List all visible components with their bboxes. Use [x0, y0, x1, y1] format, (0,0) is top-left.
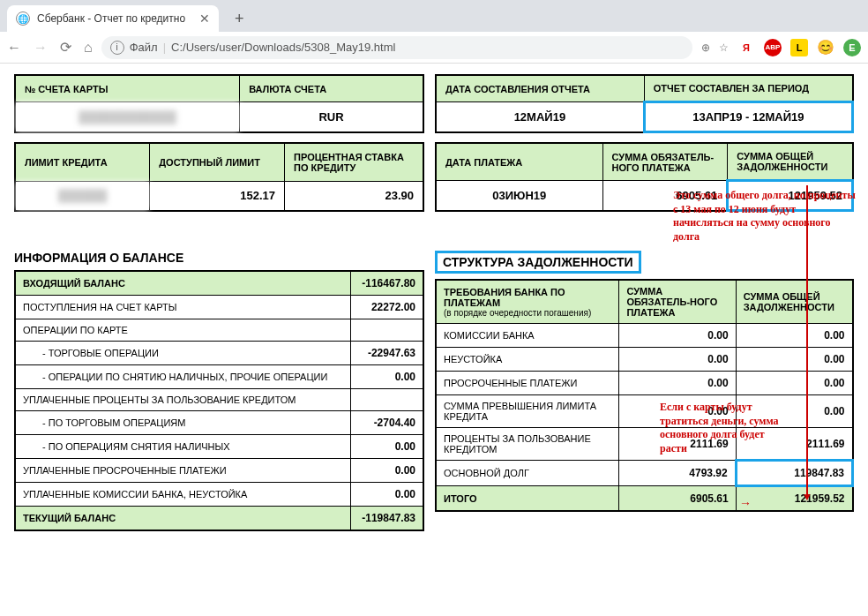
label-current: ТЕКУЩИЙ БАЛАНС: [15, 507, 351, 531]
debt-title: СТРУКТУРА ЗАДОЛЖЕННОСТИ: [435, 251, 641, 274]
value-incoming: -116467.80: [351, 271, 423, 296]
value-itogo-tot: 121959.52: [736, 486, 852, 512]
label-period: ОТЧЕТ СОСТАВЛЕН ЗА ПЕРИОД: [644, 75, 852, 102]
table-row-tot: 0.00: [736, 348, 852, 372]
label-avail: ДОСТУПНЫЙ ЛИМИТ: [150, 143, 285, 181]
yandex-icon[interactable]: Я: [737, 39, 755, 56]
info-icon[interactable]: i: [110, 41, 124, 55]
label-minpay: СУММА ОБЯЗАТЕЛЬ-НОГО ПЛАТЕЖА: [602, 143, 728, 181]
arrow-line-1: [806, 185, 808, 496]
forward-icon[interactable]: →: [34, 40, 48, 56]
table-row-label: ПОСТУПЛЕНИЯ НА СЧЕТ КАРТЫ: [15, 296, 351, 319]
value-itogo-min: 6905.61: [619, 486, 736, 512]
new-tab-button[interactable]: +: [228, 6, 251, 32]
table-row-label: НЕУСТОЙКА: [436, 348, 619, 372]
url-text: C:/Users/user/Downloads/5308_May19.html: [171, 41, 395, 54]
debt-section: Это сумма общего долга, но проценты с 13…: [435, 251, 854, 512]
tab-title: Сбербанк - Отчет по кредитно: [37, 12, 192, 25]
report-date-table: ДАТА СОСТАВЛЕНИЯ ОТЧЕТА ОТЧЕТ СОСТАВЛЕН …: [435, 74, 854, 133]
balance-table: ВХОДЯЩИЙ БАЛАНС -116467.80 ПОСТУПЛЕНИЯ Н…: [14, 270, 424, 531]
value-current: -119847.83: [351, 507, 423, 531]
table-row-label: УПЛАЧЕННЫЕ КОМИССИИ БАНКА, НЕУСТОЙКА: [15, 483, 351, 507]
tabs-row: 🌐 Сбербанк - Отчет по кредитно ✕ +: [0, 0, 868, 32]
arrow-head-2: →: [739, 496, 752, 510]
arrow-head-1: ▼: [802, 491, 812, 503]
value-limit: ██████: [15, 181, 150, 211]
table-row-label: СУММА ПРЕВЫШЕНИЯ ЛИМИТА КРЕДИТА: [436, 395, 619, 428]
label-total-debt: СУММА ОБЩЕЙ ЗАДОЛЖЕННОСТИ: [728, 143, 853, 181]
debt-table: ТРЕБОВАНИЯ БАНКА ПО ПЛАТЕЖАМ (в порядке …: [435, 279, 854, 512]
value-avail: 152.17: [150, 181, 285, 211]
value-report-date: 12МАЙ19: [436, 102, 644, 132]
table-row-label: - ТОРГОВЫЕ ОПЕРАЦИИ: [15, 342, 351, 365]
table-row-label: - ПО ОПЕРАЦИЯМ СНЯТИЯ НАЛИЧНЫХ: [15, 435, 351, 459]
value-period: 13АПР19 - 12МАЙ19: [644, 102, 852, 132]
table-row-value: -2704.40: [351, 411, 423, 435]
label-paydate: ДАТА ПЛАТЕЖА: [436, 143, 602, 181]
table-row-value: 0.00: [351, 365, 423, 389]
table-row-min: 4793.92: [619, 461, 736, 486]
table-row-value: 22272.00: [351, 296, 423, 319]
table-row-value: [351, 319, 423, 342]
label-req: ТРЕБОВАНИЯ БАНКА ПО ПЛАТЕЖАМ (в порядке …: [436, 280, 619, 324]
table-row-value: 0.00: [351, 435, 423, 459]
table-row-value: -22947.63: [351, 342, 423, 365]
label-total-col: СУММА ОБЩЕЙ ЗАДОЛЖЕННОСТИ: [736, 280, 852, 324]
smile-icon[interactable]: 😊: [817, 39, 834, 56]
table-row-tot: 0.00: [736, 372, 852, 395]
account-table: № СЧЕТА КАРТЫ ВАЛЮТА СЧЕТА ████████████ …: [14, 74, 424, 133]
page-content: № СЧЕТА КАРТЫ ВАЛЮТА СЧЕТА ████████████ …: [0, 64, 868, 542]
annotation-2: Если с карты будут тратиться деньги, сум…: [660, 401, 783, 455]
address-bar[interactable]: i Файл | C:/Users/user/Downloads/5308_Ma…: [101, 36, 692, 59]
table-row-label: ПРОСРОЧЕННЫЕ ПЛАТЕЖИ: [436, 372, 619, 395]
label-report-date: ДАТА СОСТАВЛЕНИЯ ОТЧЕТА: [436, 75, 644, 102]
table-row-label: ПРОЦЕНТЫ ЗА ПОЛЬЗОВАНИЕ КРЕДИТОМ: [436, 428, 619, 461]
table-row-value: [351, 389, 423, 411]
profile-icon[interactable]: Е: [843, 39, 861, 56]
home-icon[interactable]: ⌂: [84, 40, 93, 56]
limit-table: ЛИМИТ КРЕДИТА ДОСТУПНЫЙ ЛИМИТ ПРОЦЕНТНАЯ…: [14, 142, 424, 212]
table-row-label: - ПО ТОРГОВЫМ ОПЕРАЦИЯМ: [15, 411, 351, 435]
nav-buttons: ← → ⟳ ⌂: [7, 39, 93, 56]
table-row-min: 0.00: [619, 348, 736, 372]
table-row-label: ОСНОВНОЙ ДОЛГ: [436, 461, 619, 486]
value-paydate: 03ИЮН19: [436, 181, 602, 211]
table-row-label: КОМИССИИ БАНКА: [436, 324, 619, 348]
label-account: № СЧЕТА КАРТЫ: [15, 75, 240, 102]
adblock-icon[interactable]: ABP: [764, 39, 782, 56]
value-rate: 23.90: [285, 181, 423, 211]
table-row-label: УПЛАЧЕННЫЕ ПРОСРОЧЕННЫЕ ПЛАТЕЖИ: [15, 459, 351, 483]
table-row-value: 0.00: [351, 483, 423, 507]
balance-section: ИНФОРМАЦИЯ О БАЛАНСЕ ВХОДЯЩИЙ БАЛАНС -11…: [14, 251, 424, 531]
label-itogo: ИТОГО: [436, 486, 619, 512]
annotation-1: Это сумма общего долга, но проценты с 13…: [673, 189, 858, 244]
table-row-tot: 0.00: [736, 324, 852, 348]
globe-icon: 🌐: [16, 11, 30, 26]
toolbar: ← → ⟳ ⌂ i Файл | C:/Users/user/Downloads…: [0, 32, 868, 64]
value-currency: RUR: [240, 102, 423, 132]
table-row-min: 0.00: [619, 324, 736, 348]
label-minpay-col: СУММА ОБЯЗАТЕЛЬ-НОГО ПЛАТЕЖА: [619, 280, 736, 324]
close-icon[interactable]: ✕: [199, 11, 210, 26]
balance-title: ИНФОРМАЦИЯ О БАЛАНСЕ: [14, 251, 424, 265]
table-row-label: УПЛАЧЕННЫЕ ПРОЦЕНТЫ ЗА ПОЛЬЗОВАНИЕ КРЕДИ…: [15, 389, 351, 411]
zoom-icon[interactable]: ⊕: [701, 41, 710, 54]
back-icon[interactable]: ←: [7, 40, 21, 56]
extensions: ⊕ ☆ Я ABP L 😊 Е: [701, 39, 861, 56]
label-currency: ВАЛЮТА СЧЕТА: [240, 75, 423, 102]
ext-l-icon[interactable]: L: [790, 39, 808, 56]
table-row-value: 0.00: [351, 459, 423, 483]
label-limit: ЛИМИТ КРЕДИТА: [15, 143, 150, 181]
table-row-label: ОПЕРАЦИИ ПО КАРТЕ: [15, 319, 351, 342]
table-row-label: - ОПЕРАЦИИ ПО СНЯТИЮ НАЛИЧНЫХ, ПРОЧИЕ ОП…: [15, 365, 351, 389]
value-account: ████████████: [15, 102, 240, 132]
table-row-tot: 119847.83: [736, 461, 852, 486]
table-row-min: 0.00: [619, 372, 736, 395]
label-rate: ПРОЦЕНТНАЯ СТАВКА ПО КРЕДИТУ: [285, 143, 423, 181]
star-icon[interactable]: ☆: [719, 41, 729, 54]
reload-icon[interactable]: ⟳: [60, 39, 71, 56]
browser-tab[interactable]: 🌐 Сбербанк - Отчет по кредитно ✕: [7, 5, 219, 32]
browser-chrome: 🌐 Сбербанк - Отчет по кредитно ✕ + ← → ⟳…: [0, 0, 868, 64]
url-prefix: Файл: [130, 41, 158, 54]
label-incoming: ВХОДЯЩИЙ БАЛАНС: [15, 271, 351, 296]
